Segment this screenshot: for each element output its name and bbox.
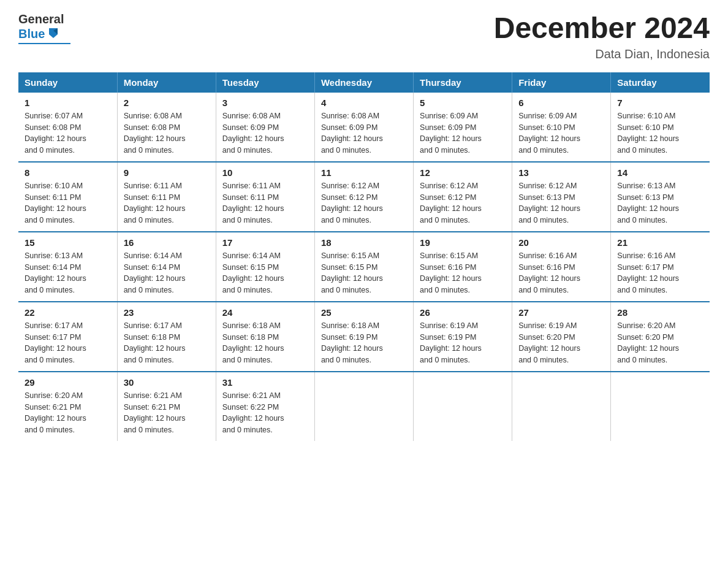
calendar-day-cell: 22 Sunrise: 6:17 AM Sunset: 6:17 PM Dayl… [18, 302, 117, 372]
day-number: 17 [222, 237, 308, 248]
day-number: 20 [518, 237, 604, 248]
calendar-day-cell: 5 Sunrise: 6:09 AM Sunset: 6:09 PM Dayli… [414, 93, 512, 162]
day-info: Sunrise: 6:10 AM Sunset: 6:11 PM Dayligh… [25, 182, 86, 224]
day-info: Sunrise: 6:10 AM Sunset: 6:10 PM Dayligh… [617, 112, 679, 155]
col-tuesday: Tuesday [216, 72, 314, 93]
day-info: Sunrise: 6:20 AM Sunset: 6:21 PM Dayligh… [25, 391, 86, 434]
day-info: Sunrise: 6:16 AM Sunset: 6:17 PM Dayligh… [617, 251, 679, 294]
day-number: 11 [321, 167, 407, 178]
calendar-subtitle: Data Dian, Indonesia [494, 47, 710, 61]
day-info: Sunrise: 6:18 AM Sunset: 6:18 PM Dayligh… [222, 321, 284, 364]
day-info: Sunrise: 6:07 AM Sunset: 6:08 PM Dayligh… [25, 112, 86, 155]
day-number: 23 [124, 307, 210, 318]
calendar-day-cell: 29 Sunrise: 6:20 AM Sunset: 6:21 PM Dayl… [18, 372, 117, 441]
calendar-day-cell: 26 Sunrise: 6:19 AM Sunset: 6:19 PM Dayl… [414, 302, 512, 372]
calendar-day-cell: 28 Sunrise: 6:20 AM Sunset: 6:20 PM Dayl… [611, 302, 710, 372]
calendar-day-cell: 4 Sunrise: 6:08 AM Sunset: 6:09 PM Dayli… [314, 93, 413, 162]
day-number: 24 [222, 307, 308, 318]
day-info: Sunrise: 6:21 AM Sunset: 6:21 PM Dayligh… [124, 391, 186, 434]
day-info: Sunrise: 6:17 AM Sunset: 6:18 PM Dayligh… [124, 321, 186, 364]
day-number: 18 [321, 237, 407, 248]
day-number: 7 [617, 98, 703, 108]
calendar-day-cell: 15 Sunrise: 6:13 AM Sunset: 6:14 PM Dayl… [18, 232, 117, 302]
day-info: Sunrise: 6:08 AM Sunset: 6:09 PM Dayligh… [321, 112, 383, 155]
col-saturday: Saturday [611, 72, 710, 93]
day-info: Sunrise: 6:11 AM Sunset: 6:11 PM Dayligh… [222, 182, 284, 224]
calendar-day-cell: 6 Sunrise: 6:09 AM Sunset: 6:10 PM Dayli… [512, 93, 611, 162]
calendar-day-cell: 16 Sunrise: 6:14 AM Sunset: 6:14 PM Dayl… [117, 232, 216, 302]
day-info: Sunrise: 6:08 AM Sunset: 6:09 PM Dayligh… [222, 112, 284, 155]
day-number: 8 [25, 167, 111, 178]
day-number: 31 [222, 377, 308, 388]
day-info: Sunrise: 6:15 AM Sunset: 6:16 PM Dayligh… [420, 251, 482, 294]
calendar-header-row: Sunday Monday Tuesday Wednesday Thursday… [18, 72, 710, 93]
day-number: 2 [124, 98, 210, 108]
calendar-week-row: 15 Sunrise: 6:13 AM Sunset: 6:14 PM Dayl… [18, 232, 710, 302]
day-info: Sunrise: 6:12 AM Sunset: 6:12 PM Dayligh… [321, 182, 383, 224]
calendar-day-cell: 23 Sunrise: 6:17 AM Sunset: 6:18 PM Dayl… [117, 302, 216, 372]
calendar-week-row: 1 Sunrise: 6:07 AM Sunset: 6:08 PM Dayli… [18, 93, 710, 162]
day-number: 30 [124, 377, 210, 388]
day-info: Sunrise: 6:08 AM Sunset: 6:08 PM Dayligh… [124, 112, 186, 155]
day-number: 21 [617, 237, 703, 248]
day-number: 4 [321, 98, 407, 108]
calendar-day-cell: 24 Sunrise: 6:18 AM Sunset: 6:18 PM Dayl… [216, 302, 314, 372]
calendar-day-cell: 3 Sunrise: 6:08 AM Sunset: 6:09 PM Dayli… [216, 93, 314, 162]
day-number: 19 [420, 237, 506, 248]
day-info: Sunrise: 6:14 AM Sunset: 6:15 PM Dayligh… [222, 251, 284, 294]
col-thursday: Thursday [414, 72, 512, 93]
calendar-day-cell [512, 372, 611, 441]
day-info: Sunrise: 6:14 AM Sunset: 6:14 PM Dayligh… [124, 251, 186, 294]
logo-general-text: General [18, 12, 70, 26]
day-number: 16 [124, 237, 210, 248]
calendar-day-cell: 10 Sunrise: 6:11 AM Sunset: 6:11 PM Dayl… [216, 162, 314, 232]
calendar-title: December 2024 [494, 12, 710, 45]
day-info: Sunrise: 6:16 AM Sunset: 6:16 PM Dayligh… [518, 251, 580, 294]
logo: General Blue [18, 12, 70, 44]
calendar-day-cell: 27 Sunrise: 6:19 AM Sunset: 6:20 PM Dayl… [512, 302, 611, 372]
day-info: Sunrise: 6:12 AM Sunset: 6:13 PM Dayligh… [518, 182, 580, 224]
calendar-day-cell: 20 Sunrise: 6:16 AM Sunset: 6:16 PM Dayl… [512, 232, 611, 302]
day-info: Sunrise: 6:17 AM Sunset: 6:17 PM Dayligh… [25, 321, 86, 364]
logo-arrow-icon [47, 26, 60, 42]
col-monday: Monday [117, 72, 216, 93]
day-number: 1 [25, 98, 111, 108]
day-info: Sunrise: 6:13 AM Sunset: 6:14 PM Dayligh… [25, 251, 86, 294]
calendar-day-cell: 18 Sunrise: 6:15 AM Sunset: 6:15 PM Dayl… [314, 232, 413, 302]
day-number: 27 [518, 307, 604, 318]
day-number: 22 [25, 307, 111, 318]
day-number: 25 [321, 307, 407, 318]
day-info: Sunrise: 6:13 AM Sunset: 6:13 PM Dayligh… [617, 182, 679, 224]
title-block: December 2024 Data Dian, Indonesia [494, 12, 710, 61]
day-number: 12 [420, 167, 506, 178]
calendar-day-cell: 14 Sunrise: 6:13 AM Sunset: 6:13 PM Dayl… [611, 162, 710, 232]
calendar-day-cell: 19 Sunrise: 6:15 AM Sunset: 6:16 PM Dayl… [414, 232, 512, 302]
day-number: 13 [518, 167, 604, 178]
day-number: 14 [617, 167, 703, 178]
calendar-week-row: 22 Sunrise: 6:17 AM Sunset: 6:17 PM Dayl… [18, 302, 710, 372]
day-number: 15 [25, 237, 111, 248]
calendar-day-cell: 11 Sunrise: 6:12 AM Sunset: 6:12 PM Dayl… [314, 162, 413, 232]
day-info: Sunrise: 6:11 AM Sunset: 6:11 PM Dayligh… [124, 182, 186, 224]
day-number: 26 [420, 307, 506, 318]
calendar-day-cell: 12 Sunrise: 6:12 AM Sunset: 6:12 PM Dayl… [414, 162, 512, 232]
day-info: Sunrise: 6:19 AM Sunset: 6:19 PM Dayligh… [420, 321, 482, 364]
calendar-day-cell: 1 Sunrise: 6:07 AM Sunset: 6:08 PM Dayli… [18, 93, 117, 162]
day-info: Sunrise: 6:21 AM Sunset: 6:22 PM Dayligh… [222, 391, 284, 434]
day-number: 10 [222, 167, 308, 178]
day-number: 9 [124, 167, 210, 178]
calendar-day-cell [414, 372, 512, 441]
logo-underline [18, 43, 70, 44]
calendar-day-cell: 17 Sunrise: 6:14 AM Sunset: 6:15 PM Dayl… [216, 232, 314, 302]
day-number: 6 [518, 98, 604, 108]
calendar-day-cell [611, 372, 710, 441]
day-info: Sunrise: 6:12 AM Sunset: 6:12 PM Dayligh… [420, 182, 482, 224]
day-number: 3 [222, 98, 308, 108]
calendar-day-cell: 8 Sunrise: 6:10 AM Sunset: 6:11 PM Dayli… [18, 162, 117, 232]
day-info: Sunrise: 6:09 AM Sunset: 6:09 PM Dayligh… [420, 112, 482, 155]
calendar-day-cell: 13 Sunrise: 6:12 AM Sunset: 6:13 PM Dayl… [512, 162, 611, 232]
day-number: 5 [420, 98, 506, 108]
col-wednesday: Wednesday [314, 72, 413, 93]
calendar-table: Sunday Monday Tuesday Wednesday Thursday… [18, 72, 710, 441]
calendar-week-row: 8 Sunrise: 6:10 AM Sunset: 6:11 PM Dayli… [18, 162, 710, 232]
